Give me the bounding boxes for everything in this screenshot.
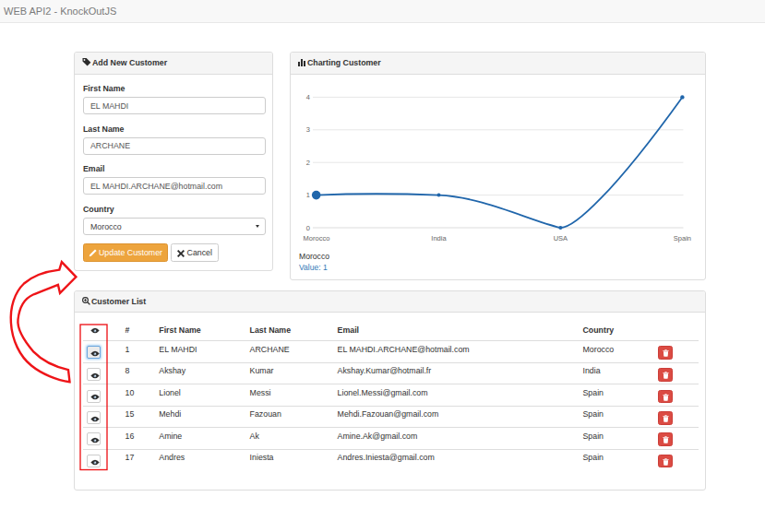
svg-text:3: 3 — [306, 125, 310, 134]
svg-text:4: 4 — [306, 93, 310, 101]
svg-text:0: 0 — [306, 224, 310, 232]
svg-text:2: 2 — [306, 159, 310, 167]
svg-text:1: 1 — [306, 191, 310, 199]
svg-text:USA: USA — [554, 234, 568, 242]
svg-text:Spain: Spain — [674, 234, 691, 242]
svg-text:India: India — [431, 234, 447, 242]
svg-text:Morocco: Morocco — [304, 234, 330, 242]
